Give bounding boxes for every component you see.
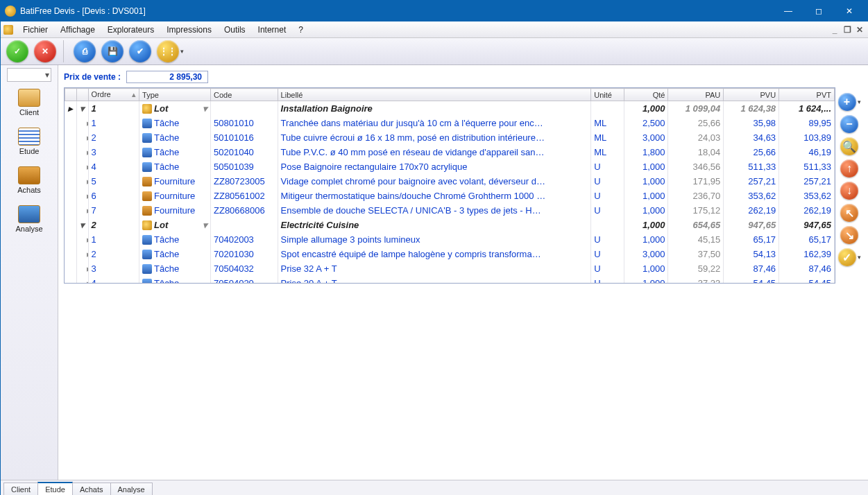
window-title: BatiFree Devis - [Devis : DVS001] [20,6,773,16]
mdi-minimize[interactable]: _ [828,25,841,35]
nav-client[interactable]: Client [5,85,53,121]
nav-label: Client [19,108,39,116]
fourn-icon [142,206,152,216]
grid-row[interactable]: ▸1Tâche70402003Simple allumage 3 points … [65,232,835,247]
client-icon [18,89,40,107]
menu-fichier[interactable]: Fichier [17,23,53,37]
tache-icon [142,133,152,143]
price-value: 2 895,30 [126,71,208,83]
sidebar-combo[interactable]: ▾ [7,68,51,82]
options-button[interactable]: ⋮⋮ [157,40,179,62]
mdi-restore[interactable]: ❐ [841,25,853,35]
grid-row[interactable]: ▸2Tâche50101016Tube cuivre écroui ø 16 x… [65,130,835,145]
analyse-icon [18,205,40,223]
sidebar: ▾ ClientEtudeAchatsAnalyse [1,65,58,480]
nav-achats[interactable]: Achats [5,162,53,198]
add-dropdown[interactable]: ▾ [858,98,861,105]
indent-button[interactable]: ↘ [840,226,858,244]
add-button[interactable]: + [838,93,856,111]
grid-row[interactable]: ▸6FournitureZZ80561002Mitigeur thermosta… [65,189,835,203]
toolbar: ✓ ✕ ⎙ 💾 ✔ ⋮⋮ ▾ [1,38,868,65]
tab-client[interactable]: Client [3,483,38,495]
titlebar: BatiFree Devis - [Devis : DVS001] — ◻ ✕ [1,1,868,21]
apply-button[interactable]: ✓ [838,248,856,266]
mdi-controls: _ ❐ ✕ [828,25,866,35]
grid-row[interactable]: ▸1Tâche50801010Tranchée dans matériau du… [65,116,835,130]
grid-row[interactable]: ▸5FournitureZZ80723005Vidage complet chr… [65,174,835,189]
col-type[interactable]: Type [139,89,211,101]
col-expand[interactable] [76,89,88,101]
tache-icon [142,250,152,259]
nav-label: Analyse [15,225,42,233]
move-down-button[interactable]: ↓ [840,182,858,200]
etude-icon [18,128,40,146]
tab-analyse[interactable]: Analyse [110,483,153,495]
check-button[interactable]: ✔ [129,40,151,62]
mdi-close[interactable]: ✕ [853,25,866,35]
tache-icon [142,148,152,157]
lot-icon [142,220,152,230]
fourn-icon [142,177,152,186]
grid-row[interactable]: ▸2Tâche70201030Spot encastré équipé de l… [65,247,835,261]
col-libelle[interactable]: Libellé [278,89,591,101]
search-button[interactable]: 🔍 [840,137,858,155]
print-button[interactable]: ⎙ [74,40,96,62]
grid-row[interactable]: ▾2Lot ▾Electricité Cuisine1,000654,65947… [65,218,835,232]
apply-dropdown[interactable]: ▾ [858,254,861,261]
grid-row[interactable]: ▸4Tâche70504020Prise 20 A + TU1,00037,23… [65,276,835,284]
grid[interactable]: Ordre ▴ Type Code Libellé Unité Qté PAU … [64,87,835,284]
doc-icon [3,25,13,35]
grid-row[interactable]: ▸4Tâche50501039Pose Baignoire rectangula… [65,159,835,174]
grid-row[interactable]: ▸7FournitureZZ80668006Ensemble de douche… [65,203,835,218]
col-selector[interactable] [65,89,77,101]
tab-achats[interactable]: Achats [72,483,111,495]
cancel-button[interactable]: ✕ [34,40,56,62]
menu-affichage[interactable]: Affichage [55,23,101,37]
col-qte[interactable]: Qté [624,89,668,101]
col-pau[interactable]: PAU [668,89,724,101]
maximize-button[interactable]: ◻ [803,1,834,21]
grid-row[interactable]: ▸3Tâche70504032Prise 32 A + TU1,00059,22… [65,261,835,276]
col-ordre[interactable]: Ordre ▴ [88,89,139,101]
action-column: +▾ − 🔍 ↑ ↓ ↖ ↘ ✓▾ [835,87,863,284]
menu-?[interactable]: ? [293,23,309,37]
minimize-button[interactable]: — [773,1,803,21]
tache-icon [142,162,152,172]
bottom-tabs: ClientEtudeAchatsAnalyse [1,480,868,495]
grid-row[interactable]: ▸3Tâche50201040Tube P.V.C. ø 40 mm posé … [65,145,835,159]
tache-icon [142,119,152,128]
fourn-icon [142,191,152,201]
menu-impressions[interactable]: Impressions [161,23,217,37]
nav-etude[interactable]: Etude [5,123,53,159]
tache-icon [142,279,152,284]
menu-internet[interactable]: Internet [253,23,292,37]
tab-etude[interactable]: Etude [37,482,73,495]
nav-label: Achats [17,186,41,194]
nav-label: Etude [19,147,40,155]
move-up-button[interactable]: ↑ [840,159,858,177]
menu-explorateurs[interactable]: Explorateurs [102,23,160,37]
grid-row[interactable]: ▸▾1Lot ▾Installation Baignoire1,0001 099… [65,101,835,116]
outdent-button[interactable]: ↖ [840,204,858,222]
options-dropdown[interactable]: ▾ [180,48,184,55]
tache-icon [142,264,152,274]
save-button[interactable]: 💾 [101,40,124,62]
remove-button[interactable]: − [840,115,858,133]
menu-outils[interactable]: Outils [219,23,251,37]
col-unite[interactable]: Unité [591,89,624,101]
app-icon [5,6,16,17]
tache-icon [142,235,152,245]
menubar: FichierAffichageExplorateursImpressionsO… [1,21,868,38]
validate-button[interactable]: ✓ [6,40,28,62]
col-code[interactable]: Code [211,89,278,101]
close-button[interactable]: ✕ [834,1,865,21]
price-label: Prix de vente : [64,72,121,82]
col-pvt[interactable]: PVT [779,89,835,101]
achats-icon [18,166,40,184]
lot-icon [142,104,152,114]
nav-analyse[interactable]: Analyse [5,201,53,237]
col-pvu[interactable]: PVU [724,89,779,101]
